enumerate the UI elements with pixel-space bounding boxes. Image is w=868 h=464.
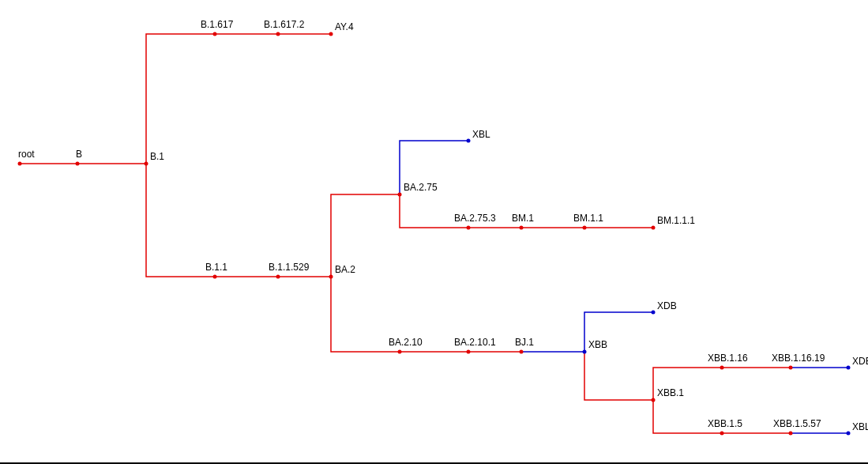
edge-B1-B1617: [146, 34, 215, 164]
node-point-B11529: [276, 275, 280, 279]
node-label-BA2753: BA.2.75.3: [454, 213, 496, 224]
node-point-XBB15: [720, 432, 724, 436]
node-point-XBB11619: [789, 366, 793, 370]
node-label-XDB_top: XDB: [657, 300, 677, 311]
node-label-BA2: BA.2: [335, 264, 355, 275]
node-label-B11529: B.1.1.529: [269, 262, 310, 273]
node-point-XBB116: [720, 366, 724, 370]
node-point-B16172: [276, 32, 280, 36]
node-label-XBL_r: XBL: [852, 421, 868, 432]
node-label-B16172: B.1.617.2: [264, 19, 305, 30]
node-point-XBL_top: [467, 139, 471, 143]
node-label-BA275: BA.2.75: [404, 182, 438, 193]
node-point-BA2: [329, 275, 333, 279]
node-label-B: B: [76, 149, 82, 160]
node-point-BA2753: [467, 226, 471, 230]
node-label-XBB11619: XBB.1.16.19: [772, 353, 825, 364]
node-point-layer: [18, 32, 851, 436]
node-point-BJ1: [520, 350, 524, 354]
node-label-XBL_top: XBL: [472, 129, 490, 140]
node-label-B1617: B.1.617: [201, 19, 234, 30]
node-point-root: [18, 162, 22, 166]
node-label-BJ1: BJ.1: [515, 337, 534, 348]
node-label-BM1: BM.1: [512, 213, 534, 224]
node-point-BA210: [398, 350, 402, 354]
node-point-B1617: [213, 32, 217, 36]
node-label-B11: B.1.1: [205, 262, 227, 273]
node-point-XBL_r: [847, 432, 851, 436]
node-point-BM11: [583, 226, 587, 230]
node-point-BM1: [520, 226, 524, 230]
node-label-root: root: [18, 149, 35, 160]
node-label-XBB1557: XBB.1.5.57: [773, 418, 821, 429]
edge-layer: [20, 34, 848, 433]
edge-B1-B11: [146, 164, 215, 277]
lineage-tree-diagram: rootBB.1B.1.617B.1.617.2AY.4B.1.1B.1.1.5…: [0, 0, 868, 464]
node-point-BA2101: [467, 350, 471, 354]
node-point-BA275: [398, 193, 402, 197]
node-label-XBB116: XBB.1.16: [708, 353, 748, 364]
node-label-BA210: BA.2.10: [389, 337, 423, 348]
node-label-BM11: BM.1.1: [573, 213, 603, 224]
node-point-B: [76, 162, 80, 166]
node-point-XDB_top: [652, 311, 656, 315]
node-point-AY4: [329, 32, 333, 36]
node-label-BA2101: BA.2.10.1: [454, 337, 496, 348]
node-label-B1: B.1: [150, 151, 164, 162]
node-point-XBB1557: [789, 432, 793, 436]
node-point-XDB_r: [847, 366, 851, 370]
edge-XBB-XBB1: [584, 352, 653, 400]
node-label-XBB15: XBB.1.5: [708, 418, 742, 429]
node-label-AY4: AY.4: [335, 21, 354, 32]
node-label-XBB: XBB: [588, 339, 607, 350]
node-label-BM111: BM.1.1.1: [657, 215, 695, 226]
node-point-B1: [145, 162, 148, 166]
node-point-B11: [213, 275, 217, 279]
node-point-XBB1: [652, 398, 656, 402]
node-point-XBB: [583, 350, 587, 354]
node-label-XDB_r: XDB: [852, 356, 868, 367]
node-label-XBB1: XBB.1: [657, 387, 684, 398]
node-point-BM111: [652, 226, 656, 230]
